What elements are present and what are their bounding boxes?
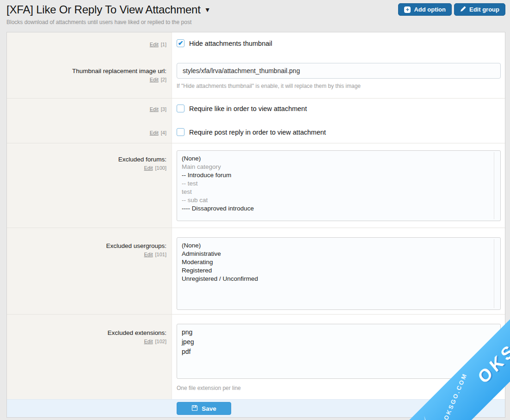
option-label: Excluded forums: — [118, 155, 166, 163]
header-buttons: + Add option Edit group — [398, 3, 505, 16]
option-label-cell: Excluded extensions: Edit [102] — [7, 315, 172, 399]
option-label-cell: Excluded forums: Edit [100] — [7, 143, 172, 228]
option-id: [3] — [161, 106, 166, 112]
select-option[interactable]: -- test — [182, 179, 496, 188]
select-option[interactable]: Registered — [182, 266, 496, 275]
add-plus-icon: + — [404, 6, 411, 13]
title-menu-caret-icon[interactable]: ▼ — [204, 6, 211, 13]
option-row-hide-thumbnail: Edit [1] ✔ Hide attachments thumbnail — [7, 32, 505, 56]
scrollbar-track[interactable] — [494, 239, 494, 308]
option-label-cell: Edit [3] — [7, 99, 172, 121]
option-control-cell: (None)AdministrativeModeratingRegistered… — [172, 228, 505, 314]
edit-option-link[interactable]: Edit — [144, 165, 153, 171]
option-control-cell: If "Hide attachments thumbnail" is enabl… — [172, 56, 505, 98]
require-reply-checkbox[interactable] — [177, 128, 184, 136]
option-control-cell: Require like in order to view attachment — [172, 99, 505, 121]
excluded-usergroups-listbox[interactable]: (None)AdministrativeModeratingRegistered… — [177, 237, 501, 310]
pencil-icon — [460, 6, 466, 13]
option-control-cell: (None)Main category-- Introduce forum-- … — [172, 143, 505, 228]
edit-link-wrap: Edit [102] — [144, 339, 167, 344]
floppy-disk-icon — [191, 405, 198, 413]
checkbox-row: ✔ Hide attachments thumbnail — [177, 39, 505, 47]
option-label-cell: Thumbnail replacement image url: Edit [2… — [7, 56, 172, 98]
option-row-thumbnail-url: Thumbnail replacement image url: Edit [2… — [7, 56, 505, 99]
scrollbar-track[interactable] — [494, 152, 494, 219]
option-id: [2] — [161, 77, 166, 82]
option-label-cell: Edit [1] — [7, 32, 172, 56]
edit-link-wrap: Edit [1] — [150, 42, 166, 47]
select-option[interactable]: test — [182, 188, 496, 196]
select-option[interactable]: Unregistered / Unconfirmed — [182, 275, 496, 283]
option-id: [1] — [161, 42, 166, 47]
edit-option-link[interactable]: Edit — [150, 77, 159, 82]
hide-thumbnail-checkbox[interactable]: ✔ — [177, 39, 184, 47]
option-label-cell: Excluded usergroups: Edit [101] — [7, 228, 172, 314]
edit-option-link[interactable]: Edit — [144, 339, 153, 344]
edit-option-link[interactable]: Edit — [150, 42, 159, 47]
edit-group-button[interactable]: Edit group — [454, 3, 505, 16]
option-id: [101] — [155, 252, 166, 257]
edit-link-wrap: Edit [100] — [144, 165, 167, 171]
option-row-excluded-usergroups: Excluded usergroups: Edit [101] (None)Ad… — [7, 228, 505, 315]
edit-group-label: Edit group — [469, 6, 499, 13]
select-option[interactable]: (None) — [182, 154, 496, 163]
edit-link-wrap: Edit [2] — [150, 77, 166, 82]
option-label: Thumbnail replacement image url: — [72, 67, 166, 75]
option-id: [102] — [155, 339, 166, 344]
checkbox-label: Require like in order to view attachment — [189, 105, 307, 112]
checkbox-row: Require post reply in order to view atta… — [177, 128, 505, 136]
excluded-forums-listbox[interactable]: (None)Main category-- Introduce forum-- … — [177, 150, 501, 221]
option-id: [100] — [155, 165, 166, 171]
save-label: Save — [202, 405, 216, 412]
page-header: [XFA] Like Or Reply To View Attachment ▼… — [6, 0, 505, 30]
require-like-checkbox[interactable] — [177, 105, 184, 112]
page-title-text: [XFA] Like Or Reply To View Attachment — [6, 3, 201, 16]
option-label: Excluded usergroups: — [106, 242, 166, 250]
add-option-label: Add option — [414, 6, 446, 13]
checkbox-row: Require like in order to view attachment — [177, 105, 505, 112]
save-button[interactable]: Save — [177, 402, 231, 415]
edit-option-link[interactable]: Edit — [144, 252, 153, 257]
checkbox-label: Hide attachments thumbnail — [189, 40, 272, 47]
edit-option-link[interactable]: Edit — [150, 106, 159, 112]
excluded-extensions-textarea[interactable]: png jpeg pdf — [177, 324, 501, 379]
option-row-excluded-forums: Excluded forums: Edit [100] (None)Main c… — [7, 143, 505, 228]
option-label-cell: Edit [4] — [7, 121, 172, 143]
option-row-excluded-extensions: Excluded extensions: Edit [102] png jpeg… — [7, 315, 505, 399]
select-option[interactable]: ---- Dissaproved introduce — [182, 204, 496, 213]
option-label: Excluded extensions: — [107, 329, 166, 337]
add-option-button[interactable]: + Add option — [398, 3, 452, 16]
select-option[interactable]: Main category — [182, 163, 496, 171]
select-option[interactable]: (None) — [182, 241, 496, 250]
option-control-cell: ✔ Hide attachments thumbnail — [172, 32, 505, 56]
select-option[interactable]: Moderating — [182, 258, 496, 266]
option-id: [4] — [161, 130, 166, 136]
edit-link-wrap: Edit [101] — [144, 252, 167, 257]
option-control-cell: Require post reply in order to view atta… — [172, 121, 505, 143]
option-row-require-reply: Edit [4] Require post reply in order to … — [7, 121, 505, 143]
select-option[interactable]: -- sub cat — [182, 196, 496, 204]
select-option[interactable]: Administrative — [182, 250, 496, 258]
select-option[interactable]: -- Introduce forum — [182, 171, 496, 179]
page-subtitle: Blocks download of attachments until use… — [6, 19, 505, 25]
option-row-require-like: Edit [3] Require like in order to view a… — [7, 99, 505, 121]
options-panel: Edit [1] ✔ Hide attachments thumbnail Th… — [6, 32, 505, 418]
edit-option-link[interactable]: Edit — [150, 130, 159, 136]
thumbnail-url-input[interactable] — [177, 63, 501, 79]
edit-link-wrap: Edit [3] — [150, 106, 166, 112]
checkbox-label: Require post reply in order to view atta… — [189, 129, 326, 136]
option-hint: If "Hide attachments thumbnail" is enabl… — [177, 83, 505, 89]
edit-link-wrap: Edit [4] — [150, 130, 166, 136]
